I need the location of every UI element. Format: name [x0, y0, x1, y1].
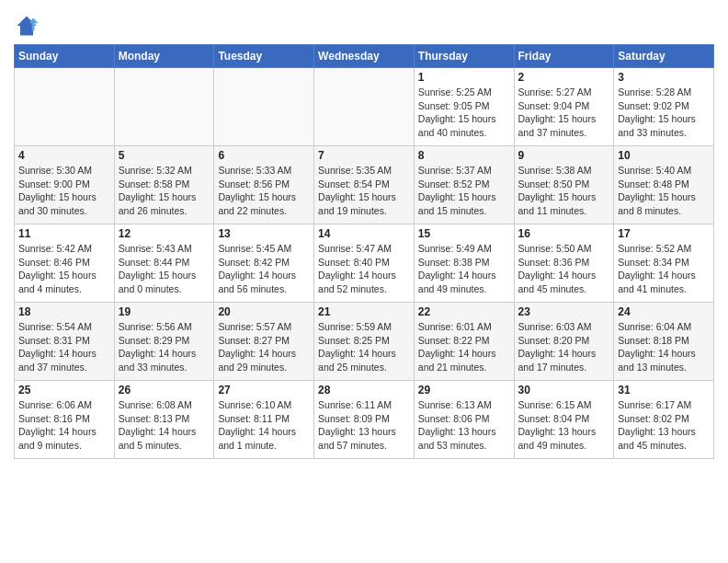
day-number: 16 [518, 227, 610, 240]
day-info: Sunrise: 5:27 AM Sunset: 9:04 PM Dayligh… [518, 86, 610, 140]
day-cell-6: 6Sunrise: 5:33 AM Sunset: 8:56 PM Daylig… [214, 146, 314, 224]
day-info: Sunrise: 5:33 AM Sunset: 8:56 PM Dayligh… [218, 164, 310, 218]
logo-icon [14, 13, 40, 39]
day-number: 4 [18, 149, 110, 162]
day-number: 3 [618, 71, 710, 84]
day-cell-23: 23Sunrise: 6:03 AM Sunset: 8:20 PM Dayli… [514, 303, 614, 381]
weekday-header-monday: Monday [114, 45, 214, 68]
day-number: 22 [418, 305, 510, 318]
day-number: 5 [119, 149, 210, 162]
day-info: Sunrise: 5:59 AM Sunset: 8:25 PM Dayligh… [318, 320, 410, 374]
day-info: Sunrise: 6:10 AM Sunset: 8:11 PM Dayligh… [218, 398, 310, 453]
day-number: 20 [218, 305, 310, 318]
day-cell-21: 21Sunrise: 5:59 AM Sunset: 8:25 PM Dayli… [314, 303, 415, 381]
day-cell-24: 24Sunrise: 6:04 AM Sunset: 8:18 PM Dayli… [614, 303, 714, 381]
day-info: Sunrise: 5:38 AM Sunset: 8:50 PM Dayligh… [518, 164, 610, 218]
day-info: Sunrise: 6:13 AM Sunset: 8:06 PM Dayligh… [418, 398, 510, 453]
day-cell-27: 27Sunrise: 6:10 AM Sunset: 8:11 PM Dayli… [214, 381, 314, 459]
day-info: Sunrise: 6:11 AM Sunset: 8:09 PM Dayligh… [318, 398, 410, 453]
day-number: 11 [18, 227, 110, 240]
day-cell-25: 25Sunrise: 6:06 AM Sunset: 8:16 PM Dayli… [15, 381, 115, 459]
empty-cell [15, 68, 115, 146]
day-info: Sunrise: 6:17 AM Sunset: 8:02 PM Dayligh… [618, 398, 710, 453]
day-cell-16: 16Sunrise: 5:50 AM Sunset: 8:36 PM Dayli… [514, 224, 614, 303]
day-info: Sunrise: 6:04 AM Sunset: 8:18 PM Dayligh… [618, 320, 710, 374]
weekday-header-thursday: Thursday [414, 45, 514, 68]
day-number: 21 [318, 305, 410, 318]
week-row-5: 25Sunrise: 6:06 AM Sunset: 8:16 PM Dayli… [15, 381, 714, 459]
weekday-header-sunday: Sunday [15, 45, 115, 68]
weekday-header-wednesday: Wednesday [314, 45, 415, 68]
day-cell-12: 12Sunrise: 5:43 AM Sunset: 8:44 PM Dayli… [114, 224, 214, 303]
day-cell-18: 18Sunrise: 5:54 AM Sunset: 8:31 PM Dayli… [15, 303, 115, 381]
day-info: Sunrise: 5:45 AM Sunset: 8:42 PM Dayligh… [218, 242, 310, 296]
day-cell-19: 19Sunrise: 5:56 AM Sunset: 8:29 PM Dayli… [114, 303, 214, 381]
day-number: 6 [218, 149, 310, 162]
day-info: Sunrise: 5:52 AM Sunset: 8:34 PM Dayligh… [618, 242, 710, 296]
day-info: Sunrise: 5:50 AM Sunset: 8:36 PM Dayligh… [518, 242, 610, 296]
day-number: 28 [318, 384, 410, 396]
day-cell-14: 14Sunrise: 5:47 AM Sunset: 8:40 PM Dayli… [314, 224, 415, 303]
day-number: 26 [119, 384, 210, 396]
page-header [14, 9, 714, 39]
day-cell-2: 2Sunrise: 5:27 AM Sunset: 9:04 PM Daylig… [514, 68, 614, 146]
day-info: Sunrise: 5:43 AM Sunset: 8:44 PM Dayligh… [119, 242, 210, 296]
day-cell-7: 7Sunrise: 5:35 AM Sunset: 8:54 PM Daylig… [314, 146, 415, 224]
day-info: Sunrise: 6:15 AM Sunset: 8:04 PM Dayligh… [518, 398, 610, 453]
day-info: Sunrise: 5:54 AM Sunset: 8:31 PM Dayligh… [18, 320, 110, 374]
day-cell-9: 9Sunrise: 5:38 AM Sunset: 8:50 PM Daylig… [514, 146, 614, 224]
day-number: 23 [518, 305, 610, 318]
weekday-header-row: SundayMondayTuesdayWednesdayThursdayFrid… [15, 45, 714, 68]
day-cell-26: 26Sunrise: 6:08 AM Sunset: 8:13 PM Dayli… [114, 381, 214, 459]
day-info: Sunrise: 5:56 AM Sunset: 8:29 PM Dayligh… [119, 320, 210, 374]
logo [14, 13, 43, 39]
weekday-header-friday: Friday [514, 45, 614, 68]
day-info: Sunrise: 5:37 AM Sunset: 8:52 PM Dayligh… [418, 164, 510, 218]
day-cell-5: 5Sunrise: 5:32 AM Sunset: 8:58 PM Daylig… [114, 146, 214, 224]
week-row-1: 1Sunrise: 5:25 AM Sunset: 9:05 PM Daylig… [15, 68, 714, 146]
day-cell-4: 4Sunrise: 5:30 AM Sunset: 9:00 PM Daylig… [15, 146, 115, 224]
day-info: Sunrise: 5:35 AM Sunset: 8:54 PM Dayligh… [318, 164, 410, 218]
weekday-header-saturday: Saturday [614, 45, 714, 68]
day-info: Sunrise: 5:49 AM Sunset: 8:38 PM Dayligh… [418, 242, 510, 296]
day-number: 29 [418, 384, 510, 396]
day-number: 15 [418, 227, 510, 240]
day-number: 24 [618, 305, 710, 318]
day-number: 12 [119, 227, 210, 240]
day-number: 30 [518, 384, 610, 396]
day-cell-22: 22Sunrise: 6:01 AM Sunset: 8:22 PM Dayli… [414, 303, 514, 381]
day-info: Sunrise: 6:01 AM Sunset: 8:22 PM Dayligh… [418, 320, 510, 374]
day-number: 17 [618, 227, 710, 240]
day-number: 14 [318, 227, 410, 240]
day-number: 7 [318, 149, 410, 162]
day-number: 10 [618, 149, 710, 162]
day-info: Sunrise: 6:06 AM Sunset: 8:16 PM Dayligh… [18, 398, 110, 453]
week-row-4: 18Sunrise: 5:54 AM Sunset: 8:31 PM Dayli… [15, 303, 714, 381]
day-cell-13: 13Sunrise: 5:45 AM Sunset: 8:42 PM Dayli… [214, 224, 314, 303]
weekday-header-tuesday: Tuesday [214, 45, 314, 68]
day-cell-10: 10Sunrise: 5:40 AM Sunset: 8:48 PM Dayli… [614, 146, 714, 224]
day-info: Sunrise: 5:30 AM Sunset: 9:00 PM Dayligh… [18, 164, 110, 218]
week-row-2: 4Sunrise: 5:30 AM Sunset: 9:00 PM Daylig… [15, 146, 714, 224]
day-info: Sunrise: 6:08 AM Sunset: 8:13 PM Dayligh… [119, 398, 210, 453]
day-info: Sunrise: 5:42 AM Sunset: 8:46 PM Dayligh… [18, 242, 110, 296]
empty-cell [114, 68, 214, 146]
day-cell-20: 20Sunrise: 5:57 AM Sunset: 8:27 PM Dayli… [214, 303, 314, 381]
calendar-table: SundayMondayTuesdayWednesdayThursdayFrid… [14, 44, 714, 459]
day-cell-8: 8Sunrise: 5:37 AM Sunset: 8:52 PM Daylig… [414, 146, 514, 224]
day-cell-17: 17Sunrise: 5:52 AM Sunset: 8:34 PM Dayli… [614, 224, 714, 303]
day-info: Sunrise: 5:47 AM Sunset: 8:40 PM Dayligh… [318, 242, 410, 296]
day-cell-30: 30Sunrise: 6:15 AM Sunset: 8:04 PM Dayli… [514, 381, 614, 459]
day-info: Sunrise: 5:32 AM Sunset: 8:58 PM Dayligh… [119, 164, 210, 218]
day-info: Sunrise: 5:57 AM Sunset: 8:27 PM Dayligh… [218, 320, 310, 374]
day-number: 18 [18, 305, 110, 318]
empty-cell [214, 68, 314, 146]
day-cell-29: 29Sunrise: 6:13 AM Sunset: 8:06 PM Dayli… [414, 381, 514, 459]
day-number: 1 [418, 71, 510, 84]
day-number: 13 [218, 227, 310, 240]
day-number: 27 [218, 384, 310, 396]
day-cell-11: 11Sunrise: 5:42 AM Sunset: 8:46 PM Dayli… [15, 224, 115, 303]
day-number: 25 [18, 384, 110, 396]
day-number: 9 [518, 149, 610, 162]
day-cell-1: 1Sunrise: 5:25 AM Sunset: 9:05 PM Daylig… [414, 68, 514, 146]
